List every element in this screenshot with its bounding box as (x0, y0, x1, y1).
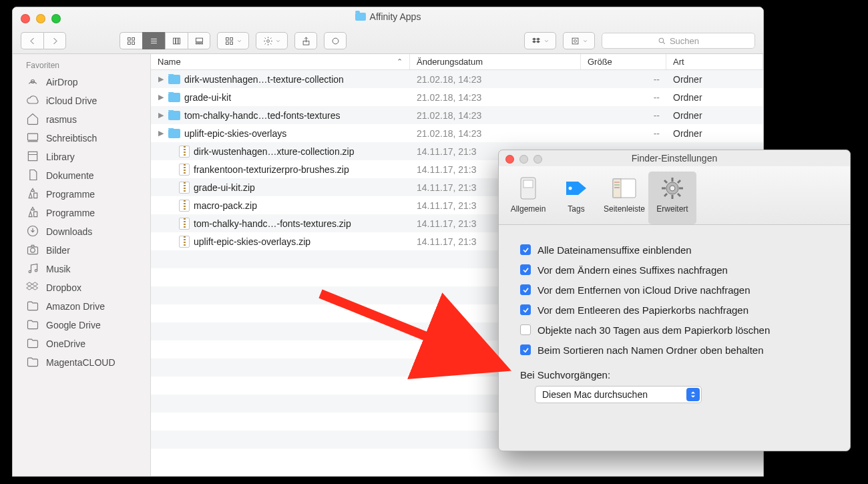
folder-icon (168, 111, 180, 120)
file-date: 21.02.18, 14:23 (410, 128, 581, 139)
sidebar-item-downloads[interactable]: Downloads (13, 222, 150, 241)
checkbox[interactable] (520, 284, 531, 295)
sidebar-item-musik[interactable]: Musik (13, 260, 150, 278)
checkbox-label: Vor dem Ändern eines Suffixes nachfragen (537, 264, 728, 276)
prefs-checkbox-row: Vor dem Entfernen von iCloud Drive nachf… (520, 280, 829, 300)
sidebar-item-label: Programme (46, 208, 95, 218)
sidebar-item-google-drive[interactable]: Google Drive (13, 316, 150, 334)
sidebar-item-dropbox[interactable]: Dropbox (13, 278, 150, 297)
zip-icon (179, 182, 190, 194)
column-kind[interactable]: Art (666, 54, 763, 69)
checkbox[interactable] (520, 244, 531, 255)
file-name: uplift-epic-skies-overlays.zip (194, 236, 310, 247)
search-field[interactable]: Suchen (602, 33, 755, 49)
action-button[interactable] (256, 32, 288, 49)
file-name: dirk-wustenhagen…xture-collection.zip (194, 146, 354, 157)
prefs-tab-tags[interactable]: Tags (552, 172, 600, 224)
sidebar-item-label: Schreibtisch (46, 133, 97, 144)
svg-point-33 (29, 270, 31, 272)
checkbox[interactable] (520, 264, 531, 275)
disclosure-triangle-icon[interactable]: ▶ (158, 75, 164, 83)
view-columns-button[interactable] (165, 32, 188, 49)
svg-point-22 (574, 39, 576, 42)
switch-icon (515, 176, 541, 201)
svg-rect-3 (132, 41, 135, 44)
zip-icon (179, 146, 190, 158)
sidebar-item-rasmus[interactable]: rasmus (13, 110, 150, 129)
sidebar-item-label: Downloads (46, 226, 92, 237)
sidebar-item-programme[interactable]: Programme (13, 185, 150, 204)
file-row[interactable]: ▶grade-ui-kit 21.02.18, 14:23 -- Ordner (151, 88, 763, 106)
column-name[interactable]: Name⌃ (151, 54, 410, 69)
sidebar-item-onedrive[interactable]: OneDrive (13, 334, 150, 353)
sidebar-item-airdrop[interactable]: AirDrop (13, 73, 150, 91)
sidebar-item-magentacloud[interactable]: MagentaCLOUD (13, 353, 150, 372)
file-date: 21.02.18, 14:23 (410, 92, 581, 103)
disclosure-triangle-icon[interactable]: ▶ (158, 93, 164, 101)
arrange-button[interactable] (217, 32, 249, 49)
sidebar-item-label: Dokumente (46, 170, 94, 181)
share-button[interactable] (294, 32, 317, 49)
column-size[interactable]: Größe (581, 54, 666, 69)
prefs-tab-general[interactable]: Allgemein (504, 172, 552, 224)
svg-line-51 (664, 194, 667, 196)
checkbox[interactable] (520, 324, 531, 335)
gear-icon (660, 176, 685, 201)
checkbox-label: Vor dem Entleeren des Papierkorbs nachfr… (537, 304, 748, 316)
file-row[interactable]: ▶dirk-wustenhagen…t-texture-collection 2… (151, 70, 763, 88)
sidebar-item-programme[interactable]: Programme (13, 204, 150, 222)
tags-button[interactable] (324, 32, 347, 49)
zip-icon (179, 164, 190, 176)
svg-rect-21 (572, 38, 578, 44)
prefs-toolbar: Allgemein Tags Seitenleiste Erweitert (499, 166, 850, 225)
back-button[interactable] (21, 32, 43, 49)
file-name: tom-chalky-handc…ted-fonts-textures (184, 110, 340, 121)
sidebar-item-label: rasmus (46, 114, 77, 125)
svg-line-24 (663, 42, 665, 44)
column-date[interactable]: Änderungsdatum (410, 54, 581, 69)
sidebar-item-label: Library (46, 152, 75, 162)
sidebar-item-label: Google Drive (46, 320, 101, 330)
view-list-button[interactable] (142, 32, 165, 49)
file-row[interactable]: ▶tom-chalky-handc…ted-fonts-textures 21.… (151, 106, 763, 124)
dropbox-button[interactable] (524, 32, 556, 49)
view-gallery-button[interactable] (188, 32, 210, 49)
sidebar-item-icloud-drive[interactable]: iCloud Drive (13, 91, 150, 110)
airdrop-icon (26, 75, 39, 90)
sidebar-item-bilder[interactable]: Bilder (13, 241, 150, 260)
sidebar-item-schreibtisch[interactable]: Schreibtisch (13, 129, 150, 148)
sidebar-item-amazon-drive[interactable]: Amazon Drive (13, 297, 150, 316)
svg-rect-14 (226, 37, 228, 40)
folder-icon (26, 355, 39, 371)
forward-button[interactable] (43, 32, 66, 49)
view-switcher (120, 32, 210, 49)
sidebar-item-label: Amazon Drive (46, 301, 105, 312)
dropbox-icon (26, 280, 39, 296)
file-name: uplift-epic-skies-overlays (184, 128, 286, 139)
file-row[interactable]: ▶uplift-epic-skies-overlays 21.02.18, 14… (151, 124, 763, 142)
disclosure-triangle-icon[interactable]: ▶ (158, 111, 164, 119)
sidebar-item-library[interactable]: Library (13, 148, 150, 166)
svg-point-44 (670, 186, 675, 191)
svg-point-34 (35, 269, 37, 271)
svg-line-49 (664, 180, 667, 183)
file-name: tom-chalky-handc…-fonts-textures.zip (194, 218, 351, 229)
file-name: frankentoon-texturizerpro-brushes.zip (194, 164, 349, 175)
file-kind: Ordner (666, 110, 763, 121)
checkbox[interactable] (520, 344, 531, 355)
zip-icon (179, 200, 190, 212)
file-name: grade-ui-kit.zip (194, 182, 255, 193)
home-icon (26, 112, 39, 128)
folder-icon (168, 129, 180, 138)
disclosure-triangle-icon[interactable]: ▶ (158, 129, 164, 138)
sidebar-item-dokumente[interactable]: Dokumente (13, 166, 150, 185)
prefs-tab-advanced[interactable]: Erweitert (648, 172, 696, 224)
apps-icon (26, 206, 39, 221)
folder-icon (355, 13, 366, 21)
search-scope-select[interactable]: Diesen Mac durchsuchen (535, 386, 702, 403)
view-icons-button[interactable] (120, 32, 142, 49)
checkbox[interactable] (520, 304, 531, 315)
file-date: 21.02.18, 14:23 (410, 74, 581, 85)
sync-button[interactable] (563, 32, 595, 49)
prefs-tab-sidebar[interactable]: Seitenleiste (600, 172, 648, 224)
